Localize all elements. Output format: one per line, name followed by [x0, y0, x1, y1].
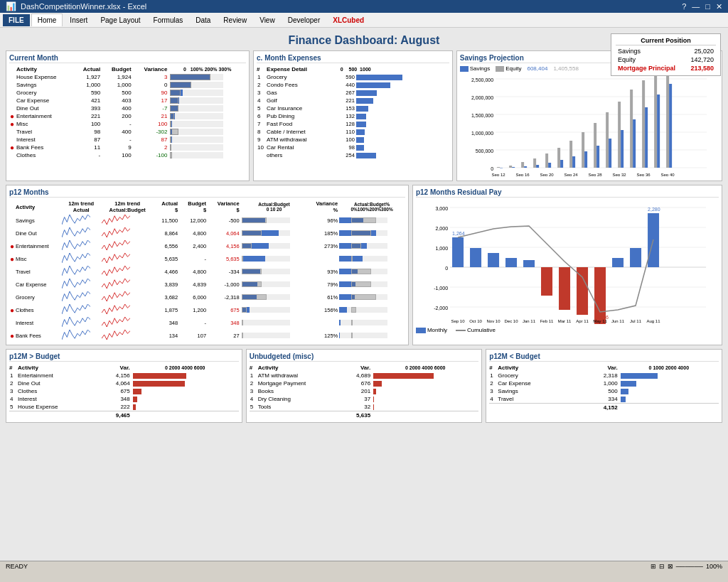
p12-row-budget: 6,000 [179, 291, 208, 303]
svg-text:Sep 10: Sep 10 [451, 319, 465, 323]
row-variance: 87 [133, 136, 169, 144]
bp-row-num: 5 [9, 403, 16, 411]
view-normal-icon[interactable]: ⊞ [651, 563, 656, 570]
bp-row-name: Dine Out [16, 379, 99, 387]
row-bars [168, 144, 246, 151]
p12-row-variance: -334 [208, 265, 241, 278]
maximize-icon[interactable]: □ [705, 2, 710, 11]
me-row-name: Car Rental [265, 144, 339, 151]
minimize-icon[interactable]: — [692, 2, 700, 11]
cp-mortgage-label: Mortgage Principal [616, 64, 685, 72]
table-row: 4 Golf 221 [257, 97, 449, 104]
svg-text:-1,000: -1,000 [434, 286, 448, 291]
view-layout-icon[interactable]: ⊟ [659, 563, 665, 570]
me-col-num: # [257, 65, 265, 73]
me-row-name: Grocery [265, 73, 339, 81]
p12-row-ab-pct [338, 214, 405, 227]
p12-row-variance: 4,064 [208, 227, 241, 239]
row-indicator [9, 81, 15, 89]
svg-rect-32 [560, 160, 563, 168]
table-row: 5 Car Insurance 153 [257, 104, 449, 112]
close-icon[interactable]: ✕ [716, 2, 722, 11]
p12m-over-col-var: Var. [99, 364, 132, 372]
row-activity: Misc [15, 120, 74, 128]
svg-rect-40 [657, 95, 660, 168]
help-icon[interactable]: ? [682, 2, 686, 11]
bp-row-var: 334 [579, 395, 619, 404]
bp-row-bar [619, 395, 719, 404]
p12-row-trend-budget [101, 239, 154, 252]
p12-row-ab-pct [338, 291, 405, 303]
p12-row-ab [241, 278, 308, 291]
bp-row-num: 1 [489, 372, 496, 379]
p12-row-variance: 27 [208, 329, 241, 342]
p12-row-trend-actual [61, 214, 101, 227]
p12-row-variance: 5,635 [208, 252, 241, 265]
table-row: ● Misc 5,635 - 5,635 [9, 252, 405, 265]
tab-home[interactable]: Home [31, 14, 63, 26]
p12-row-name: Grocery [15, 291, 61, 303]
svg-text:Dec 10: Dec 10 [504, 319, 518, 323]
table-row: others 254 [257, 151, 449, 159]
row-indicator [9, 128, 15, 136]
bp-row-var: 32 [343, 403, 372, 411]
bp-row-bar [372, 387, 478, 395]
row-activity: Savings [15, 81, 74, 89]
p12-row-var-pct: 125% [307, 329, 338, 342]
p12-row-trend-actual [61, 227, 101, 239]
tab-page-layout[interactable]: Page Layout [95, 14, 146, 26]
view-page-break-icon[interactable]: ⊠ [668, 563, 673, 570]
p12-row-indicator [9, 291, 15, 303]
p12-row-trend-budget [101, 265, 154, 278]
tab-xlcubed[interactable]: XLCubed [327, 14, 370, 26]
tab-insert[interactable]: Insert [64, 14, 93, 26]
p12-row-name: Travel [15, 265, 61, 278]
p12-row-indicator [9, 265, 15, 278]
bp-row-name: Dry Cleaning [257, 395, 343, 403]
bp-row-num: 4 [9, 395, 16, 403]
svg-rect-39 [645, 107, 648, 168]
row-variance: -302 [133, 128, 169, 136]
table-row: 5 House Expense 222 [9, 403, 239, 411]
svg-rect-15 [533, 158, 536, 168]
unbudgeted-total: 5,635 [250, 411, 479, 420]
me-row-name: others [265, 151, 339, 159]
p12-row-variance: -1,000 [208, 278, 241, 291]
bp-row-bar [132, 372, 239, 379]
me-row-bar: 153 [339, 104, 449, 112]
table-row: ● Entertainment 6,556 2,400 4,156 273% [9, 239, 405, 252]
me-row-num: 9 [257, 136, 265, 144]
unb-col-name: Activity [257, 364, 343, 372]
p12-row-trend-actual [61, 265, 101, 278]
bp-row-var: 1,000 [579, 379, 619, 387]
svg-text:Sep 28: Sep 28 [588, 173, 602, 176]
p12-row-name: Clothes [15, 303, 61, 316]
bp-row-var: 2,318 [579, 372, 619, 379]
tab-file[interactable]: FILE [3, 14, 30, 26]
tab-formulas[interactable]: Formulas [148, 14, 189, 26]
svg-text:Sep 20: Sep 20 [540, 173, 554, 176]
bp-row-var: 675 [99, 387, 132, 395]
bp-row-var: 4,064 [99, 379, 132, 387]
table-row: Clothes - 100 -100 [9, 151, 246, 159]
excel-icon: 📊 [6, 1, 16, 11]
title-bar: 📊 DashCompetitionWinner.xlsx - Excel ? —… [0, 0, 728, 13]
p12-row-ab [241, 316, 308, 329]
p12-row-trend-actual [61, 316, 101, 329]
current-position-box: Current Position Savings 25,020 Equity 1… [611, 33, 721, 76]
p12-row-var-pct: 273% [307, 239, 338, 252]
row-bars [168, 112, 246, 120]
svg-text:Feb 11: Feb 11 [540, 319, 554, 323]
tab-view[interactable]: View [254, 14, 281, 26]
p12-row-actual: 3,839 [154, 278, 179, 291]
p12-row-trend-actual [61, 239, 101, 252]
svg-text:Sep 36: Sep 36 [636, 173, 651, 176]
tab-developer[interactable]: Developer [282, 14, 326, 26]
row-actual: 98 [74, 128, 102, 136]
zoom-slider[interactable]: ────── [676, 563, 703, 570]
p12-col-ab: Actual:Budget0 10 20 [241, 200, 308, 214]
tab-data[interactable]: Data [190, 14, 216, 26]
tab-review[interactable]: Review [218, 14, 252, 26]
p12-row-ab [241, 227, 308, 239]
svg-rect-41 [669, 84, 672, 168]
